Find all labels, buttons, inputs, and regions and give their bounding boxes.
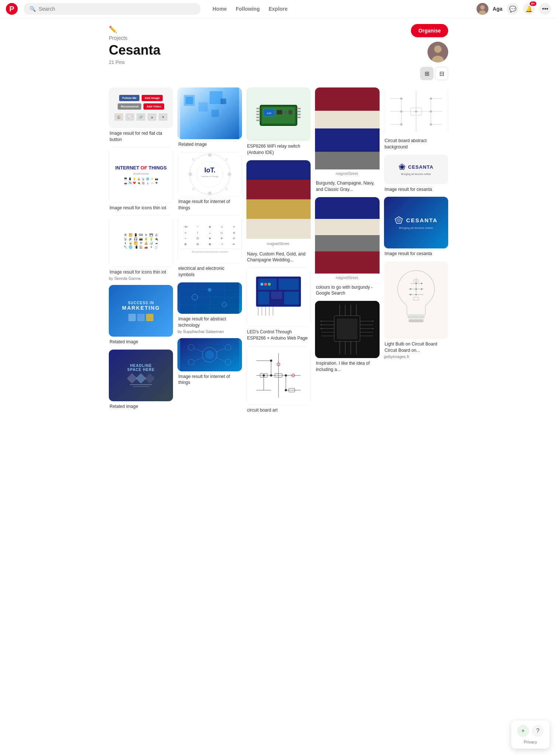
pin-elec-symbols[interactable]: ⊣⊢~⊕◇≡ ∿⌇⊥◻⊲ ⌁⊡⊗⊘⊙ ⊞⊟⊠⊣⊢ IEE electrical …	[177, 215, 242, 278]
svg-rect-59	[297, 108, 301, 109]
pin-sub: by Supphachai Salaeman	[177, 329, 242, 334]
pin-burgundy-palette[interactable]: magnetStreet. Burgundy, Champagne, Navy,…	[315, 87, 379, 193]
svg-text:ESP: ESP	[267, 112, 271, 114]
svg-rect-146	[408, 316, 425, 319]
board-name: Cesanta	[109, 42, 160, 58]
svg-rect-12	[221, 99, 226, 104]
pin-caption: Inspiration. I like the idea of includin…	[315, 360, 379, 373]
edit-icon[interactable]: ✏️	[109, 25, 160, 34]
pinterest-logo[interactable]: P	[6, 3, 18, 15]
pin-caption: Related image	[109, 339, 173, 345]
pin-colours-google[interactable]: magnetStreet. colours to go with burgund…	[315, 197, 379, 297]
svg-point-153	[415, 288, 417, 290]
more-button[interactable]: •••	[539, 3, 551, 15]
svg-rect-55	[256, 111, 260, 112]
svg-rect-67	[271, 292, 282, 299]
view-toggle: ⊞ ⊟	[420, 67, 448, 80]
svg-point-69	[260, 283, 263, 286]
pin-abstract-tech[interactable]: Image result for abstract technology by …	[177, 282, 242, 334]
pin-color-palette[interactable]: magnetStreet. Navy, Custom Red, Gold, an…	[246, 160, 311, 264]
svg-point-139	[430, 123, 432, 126]
svg-point-24	[225, 188, 228, 190]
notification-badge: 9+	[530, 1, 536, 6]
svg-rect-98	[337, 319, 357, 339]
pin-led-control[interactable]: LED's Control Through ESP8266 + Arduino …	[246, 268, 311, 341]
svg-rect-147	[409, 319, 423, 322]
notifications-button[interactable]: 🔔 9+	[523, 3, 535, 15]
svg-rect-62	[297, 117, 301, 118]
svg-point-155	[410, 288, 411, 290]
pin-circuit-art[interactable]: circuit board art	[246, 346, 311, 413]
nav-following[interactable]: Following	[236, 6, 260, 12]
avatar[interactable]	[477, 3, 488, 15]
svg-point-71	[268, 283, 271, 286]
pin-cesanta-result[interactable]: CESANTA Bringing all devices online Imag…	[384, 197, 448, 257]
pin-caption: Image result for internet of things	[177, 374, 242, 386]
svg-point-20	[228, 172, 231, 176]
pin-caption: circuit board art	[246, 407, 311, 413]
pin-iot-result[interactable]: Image result for internet of things	[177, 338, 242, 386]
nav-home[interactable]: Home	[212, 6, 227, 12]
user-name: Aga	[493, 6, 502, 12]
pin-esp8266[interactable]: ESP	[246, 87, 311, 156]
svg-point-37	[205, 350, 214, 359]
svg-text:Internet of Things: Internet of Things	[201, 175, 218, 178]
board-title-section: Projects Cesanta 21 Pins	[109, 35, 160, 65]
svg-rect-52	[284, 111, 287, 114]
pin-lightbulb[interactable]: Light Bulb on Circuit Board Circuit Boar…	[384, 261, 448, 359]
compact-view-button[interactable]: ⊟	[435, 67, 448, 80]
svg-point-133	[400, 97, 402, 100]
svg-point-119	[321, 328, 322, 329]
svg-point-154	[415, 294, 417, 295]
board-owner-avatar[interactable]	[428, 42, 448, 62]
svg-rect-54	[256, 108, 260, 109]
svg-rect-11	[212, 110, 219, 117]
pin-cesanta-logo-result[interactable]: CESANTA Bringing all devices online Imag…	[384, 155, 448, 193]
search-icon: 🔍	[30, 6, 36, 12]
svg-point-136	[415, 110, 417, 113]
messages-button[interactable]: 💬	[507, 3, 519, 15]
pin-red-cta[interactable]: Follow Me Add Image Recommend Add Video …	[109, 87, 173, 143]
search-bar[interactable]: 🔍	[24, 3, 201, 15]
svg-rect-10	[210, 91, 223, 104]
svg-point-23	[192, 188, 195, 190]
pin-circuit-inspiration[interactable]: Inspiration. I like the idea of includin…	[315, 301, 379, 373]
svg-point-118	[321, 324, 322, 326]
svg-point-138	[430, 110, 432, 113]
svg-point-4	[434, 45, 442, 53]
board-pins-count: 21 Pins	[109, 59, 160, 65]
svg-point-152	[415, 283, 417, 284]
svg-point-121	[372, 328, 374, 329]
pin-abstract-blue[interactable]: Related image	[177, 87, 242, 148]
pin-caption: Light Bulb on Circuit Board Circuit Boar…	[384, 341, 448, 354]
pin-iot-circle[interactable]: IoT. Internet of Things Image result for…	[177, 152, 242, 211]
svg-point-70	[264, 283, 267, 286]
pin-icons-thin[interactable]: 🖥📶📱⌨🖱💾🖨 📡🔊🎧📸🔋💡🔌 🌡🔒📶⚙🔔📊☁ 🔧🌐📲🏠🚗✈🛒 Image re…	[109, 215, 173, 281]
pins-grid: Follow Me Add Image Recommend Add Video …	[109, 87, 448, 413]
grid-view-button[interactable]: ⊞	[420, 67, 433, 80]
svg-point-88	[285, 374, 287, 377]
svg-point-18	[208, 192, 212, 195]
search-input[interactable]	[39, 6, 195, 12]
organise-button[interactable]: Organise	[411, 24, 448, 37]
pin-caption: electrical and electronic symbols	[177, 265, 242, 278]
svg-rect-8	[186, 97, 193, 104]
svg-point-137	[430, 97, 432, 100]
svg-point-14	[197, 161, 223, 187]
pin-caption: Image result for abstract technology	[177, 316, 242, 329]
nav-explore[interactable]: Explore	[269, 6, 287, 12]
pin-iot-text[interactable]: INTERNET OF THINGS shutterstock 🖥️📱💡🔒 📡🌐…	[109, 147, 173, 211]
pin-circuit-board[interactable]: Circuit board abstract background	[384, 87, 448, 150]
pin-caption: Circuit board abstract background	[384, 138, 448, 150]
pin-marketing[interactable]: SUCCESS IN MARKETING Related image	[109, 285, 173, 345]
svg-point-1	[480, 5, 485, 10]
pin-caption: Navy, Custom Red, Gold, and Champagne We…	[246, 251, 311, 264]
svg-marker-142	[400, 165, 404, 169]
pin-headline[interactable]: HEADLINESPACE HERE Related image	[109, 350, 173, 410]
svg-rect-53	[288, 110, 292, 114]
pin-caption: Image result for internet of things	[177, 199, 242, 211]
svg-point-156	[421, 288, 422, 290]
svg-point-22	[225, 158, 228, 161]
svg-rect-58	[256, 120, 260, 121]
pin-caption: LED's Control Through ESP8266 + Arduino …	[246, 329, 311, 341]
